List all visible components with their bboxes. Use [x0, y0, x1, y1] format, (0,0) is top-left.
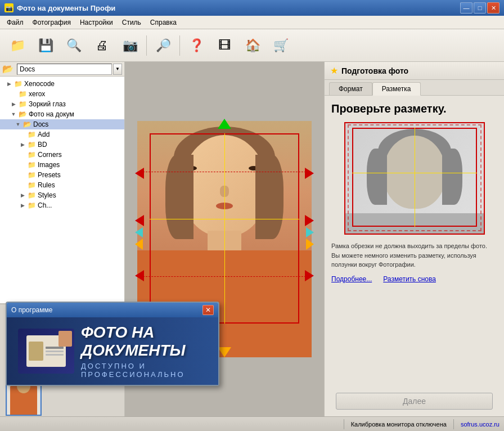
about-big-text: ФОТО НА ДОКУМЕНТЫ [81, 324, 207, 360]
tree-item-bd[interactable]: ▶ 📁 BD [0, 140, 124, 150]
tree-item-corners[interactable]: 📁 Corners [0, 150, 124, 160]
links-row: Подробнее... Разметить снова [331, 275, 497, 283]
menu-style[interactable]: Стиль [118, 17, 146, 28]
folder-toolbar: 📂 Docs ▼ [0, 62, 124, 77]
house-button[interactable]: 🏠 [240, 33, 266, 59]
toolbar: 📁 💾 🔍 🖨 📷 🔎 ❓ 🎞 🏠 🛒 [0, 29, 504, 62]
folder-path[interactable]: Docs [17, 64, 112, 75]
tree-item-ch[interactable]: ▶ 📁 Ch... [0, 200, 124, 210]
minimize-button[interactable]: — [460, 2, 472, 14]
about-close-button[interactable]: ✕ [202, 305, 214, 315]
preview-photo [345, 123, 484, 234]
tree-item-xerox[interactable]: 📁 xerox [0, 89, 124, 99]
folder-nav: 📂 Docs ▼ ▶ 📁 Xenocode 📁 xerox ▶ 📁 [0, 62, 124, 304]
toolbar-separator-2 [179, 35, 180, 56]
close-button[interactable]: ✕ [487, 2, 500, 14]
file-tree[interactable]: ▶ 📁 Xenocode 📁 xerox ▶ 📁 Зоркий глаз ▼ 📂 [0, 77, 124, 303]
folder-icon: 📁 [14, 80, 22, 88]
tree-item-zorky[interactable]: ▶ 📁 Зоркий глаз [0, 99, 124, 109]
about-dialog: О программе ✕ ФОТО НА ДОКУМЕНТЫ ДОСТУПНО… [6, 302, 219, 386]
tree-item-xenocode[interactable]: ▶ 📁 Xenocode [0, 79, 124, 89]
cart-button[interactable]: 🛒 [268, 33, 294, 59]
info-text: Рамка обрезки не должна выходить за пред… [331, 241, 497, 270]
camera-button[interactable]: 📷 [117, 33, 143, 59]
menu-help[interactable]: Справка [146, 17, 181, 28]
tree-item-docs[interactable]: ▼ 📂 Docs [0, 119, 124, 129]
about-content: ФОТО НА ДОКУМЕНТЫ ДОСТУПНО И ПРОФЕССИОНА… [7, 317, 218, 385]
status-right: Калибровка монитора отключена [351, 421, 447, 428]
right-header: ★ Подготовка фото [325, 62, 504, 80]
preview-wrap [344, 122, 485, 235]
status-site: sofrus.ucoz.ru [461, 421, 500, 428]
toolbar-separator [146, 35, 147, 56]
help-button[interactable]: ❓ [183, 33, 209, 59]
open-folder-button[interactable]: 📁 [4, 33, 30, 59]
right-content: Проверьте разметку. [325, 96, 504, 393]
tab-bar: Формат Разметка [325, 80, 504, 96]
link-more[interactable]: Подробнее... [331, 275, 372, 283]
folder-icon: 📂 [22, 120, 32, 128]
about-title: О программе [11, 306, 52, 314]
menu-bar: Файл Фотография Настройки Стиль Справка [0, 16, 504, 29]
search-button[interactable]: 🔍 [61, 33, 87, 59]
folder-icon: 📂 [18, 110, 27, 118]
folder-icon: 📁 [18, 90, 27, 98]
tree-item-rules[interactable]: 📁 Rules [0, 180, 124, 190]
menu-file[interactable]: Файл [2, 17, 28, 28]
print-button[interactable]: 🖨 [89, 33, 115, 59]
folder-icon: 📁 [27, 201, 36, 209]
folder-icon: 📁 [18, 100, 27, 108]
film-button[interactable]: 🎞 [212, 33, 237, 59]
tree-item-add[interactable]: 📁 Add [0, 129, 124, 140]
maximize-button[interactable]: □ [474, 2, 486, 14]
folder-path-dropdown[interactable]: ▼ [113, 64, 122, 75]
folder-icon: 📁 [27, 151, 36, 159]
folder-icon: 📁 [27, 161, 36, 169]
zoom-button[interactable]: 🔎 [150, 33, 176, 59]
title-bar: 📷 Фото на документы Профи — □ ✕ [0, 0, 504, 16]
tree-item-presets[interactable]: 📁 Presets [0, 170, 124, 180]
tree-item-photo-docs[interactable]: ▼ 📂 Фото на докум [0, 109, 124, 119]
link-redo[interactable]: Разметить снова [383, 275, 436, 283]
folder-icon: 📁 [27, 181, 36, 189]
tree-item-images[interactable]: 📁 Images [0, 160, 124, 170]
about-subtitle: ДОСТУПНО И ПРОФЕССИОНАЛЬНО [81, 362, 207, 379]
folder-icon: 📁 [27, 141, 36, 149]
tab-razmetka[interactable]: Разметка [372, 82, 421, 96]
status-sep [344, 419, 344, 429]
save-button[interactable]: 💾 [33, 33, 58, 59]
menu-settings[interactable]: Настройки [75, 17, 118, 28]
folder-icon: 📁 [27, 171, 36, 179]
tree-item-styles[interactable]: ▶ 📁 Styles [0, 190, 124, 200]
menu-photo[interactable]: Фотография [28, 17, 75, 28]
window-controls: — □ ✕ [460, 2, 500, 14]
status-bar: Калибровка монитора отключена sofrus.uco… [0, 416, 504, 431]
check-heading: Проверьте разметку. [331, 102, 497, 115]
star-icon: ★ [330, 65, 338, 76]
about-text-block: ФОТО НА ДОКУМЕНТЫ ДОСТУПНО И ПРОФЕССИОНА… [81, 324, 207, 379]
right-panel: ★ Подготовка фото Формат Разметка Провер… [324, 62, 504, 416]
window-title: Фото на документы Профи [17, 4, 115, 12]
title-bar-left: 📷 Фото на документы Профи [4, 3, 115, 12]
folder-icon: 📁 [27, 131, 36, 138]
next-button[interactable]: Далее [336, 393, 493, 410]
folder-icon: 📁 [27, 191, 36, 199]
tab-format[interactable]: Формат [329, 82, 372, 95]
about-title-bar: О программе ✕ [7, 303, 218, 317]
right-panel-title: Подготовка фото [341, 66, 408, 75]
app-icon: 📷 [4, 3, 14, 12]
status-sep-2 [453, 419, 454, 429]
